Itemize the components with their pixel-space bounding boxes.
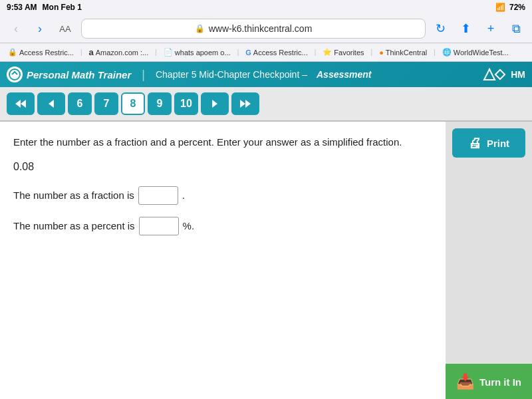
fraction-answer-row: The number as a fraction is . (13, 186, 432, 205)
header-right: HM (480, 66, 525, 82)
status-time: 9:53 AM (7, 3, 37, 12)
svg-marker-5 (49, 100, 54, 108)
bookmark-sep-3: | (237, 49, 239, 56)
bookmark-icon-access2: G (245, 49, 251, 57)
bookmark-amazon[interactable]: a Amazon.com :... (85, 46, 153, 59)
wifi-icon: 📶 (495, 3, 505, 12)
content-area: Enter the number as a fraction and a per… (0, 122, 532, 399)
svg-marker-6 (212, 100, 217, 108)
nav-number-8[interactable]: 8 (121, 92, 145, 115)
fraction-label: The number as a fraction is (13, 190, 134, 201)
svg-marker-1 (484, 69, 495, 80)
forward-button[interactable]: › (31, 19, 49, 38)
bookmark-label-thinkcentral: ThinkCentral (386, 49, 427, 57)
percent-label: The number as a percent is (13, 220, 135, 231)
bookmark-worldwide[interactable]: 🌐 WorldWideTest... (438, 47, 513, 58)
bookmark-access1[interactable]: 🔒 Access Restric... (4, 47, 78, 58)
percent-suffix: %. (183, 220, 195, 231)
rewind-button[interactable] (7, 92, 35, 115)
reader-mode-button[interactable]: AA (55, 19, 76, 38)
percent-answer-row: The number as a percent is %. (13, 217, 432, 235)
bookmark-sep-1: | (80, 49, 82, 56)
bookmark-thinkcentral[interactable]: ● ThinkCentral (375, 47, 431, 58)
tabs-button[interactable]: ⧉ (507, 19, 525, 38)
add-tab-button[interactable]: + (481, 19, 500, 38)
bookmark-label-whats: whats apoem o... (175, 49, 231, 57)
pmt-logo: Personal Math Trainer (7, 66, 131, 82)
assessment-label: Assessment (317, 69, 372, 80)
fraction-input[interactable] (138, 186, 178, 205)
lock-icon: 🔒 (195, 24, 205, 33)
status-day: Mon Feb 1 (43, 3, 82, 12)
print-button[interactable]: 🖨 Print (452, 128, 525, 158)
url-bar[interactable]: 🔒 www-k6.thinkcentral.com (81, 19, 426, 39)
bookmark-label-access2: Access Restric... (253, 49, 308, 57)
back-nav-button[interactable] (37, 92, 65, 115)
bookmark-sep-2: | (155, 49, 157, 56)
bookmark-label-favorites: Favorites (334, 49, 364, 57)
svg-marker-4 (21, 100, 26, 108)
bookmark-icon-thinkcentral: ● (379, 49, 384, 57)
svg-rect-2 (495, 70, 505, 79)
nav-number-10[interactable]: 10 (174, 92, 198, 115)
bookmark-icon-worldwide: 🌐 (442, 48, 452, 57)
chapter-title: Chapter 5 Mid-Chapter Checkpoint – (156, 69, 307, 80)
bookmark-icon-whats: 📄 (164, 48, 173, 57)
status-bar: 9:53 AM Mon Feb 1 📶 72% (0, 0, 532, 15)
svg-marker-7 (240, 100, 245, 108)
svg-marker-3 (15, 100, 21, 108)
hm-brand-label: HM (511, 69, 525, 80)
print-label: Print (487, 138, 509, 149)
turn-in-icon: 📥 (456, 373, 474, 390)
url-text: www-k6.thinkcentral.com (209, 23, 313, 34)
header-divider: | (142, 68, 145, 82)
bookmark-icon-amazon: a (89, 47, 94, 57)
brand-logo-shapes (480, 66, 507, 82)
app-header: Personal Math Trainer | Chapter 5 Mid-Ch… (0, 62, 532, 87)
pmt-logo-icon (7, 66, 23, 82)
nav-number-6[interactable]: 6 (68, 92, 92, 115)
right-sidebar: 🖨 Print 📥 Turn it In (446, 122, 532, 399)
turn-in-button[interactable]: 📥 Turn it In (446, 364, 532, 399)
bookmark-label-amazon: Amazon.com :... (96, 49, 148, 57)
svg-marker-8 (245, 100, 251, 108)
browser-toolbar: ‹ › AA 🔒 www-k6.thinkcentral.com ↻ ⬆ + ⧉ (0, 15, 532, 43)
share-button[interactable]: ⬆ (456, 19, 475, 38)
nav-number-9[interactable]: 9 (148, 92, 172, 115)
svg-point-0 (9, 69, 20, 80)
question-value: 0.08 (13, 161, 432, 173)
bookmark-icon-access1: 🔒 (8, 48, 17, 57)
bookmark-favorites[interactable]: ⭐ Favorites (319, 47, 368, 58)
bookmark-icon-favorites: ⭐ (323, 48, 332, 57)
nav-bar: 6 7 8 9 10 (0, 87, 532, 122)
question-instructions: Enter the number as a fraction and a per… (13, 135, 432, 150)
bookmark-sep-4: | (315, 49, 317, 56)
bookmark-sep-6: | (434, 49, 436, 56)
fast-forward-button[interactable] (231, 92, 259, 115)
question-panel: Enter the number as a fraction and a per… (0, 122, 446, 399)
back-button[interactable]: ‹ (7, 19, 25, 38)
printer-icon: 🖨 (468, 136, 481, 151)
bookmark-label-worldwide: WorldWideTest... (454, 49, 509, 57)
bookmarks-bar: 🔒 Access Restric... | a Amazon.com :... … (0, 43, 532, 62)
bookmark-whats[interactable]: 📄 whats apoem o... (160, 47, 235, 58)
reload-button[interactable]: ↻ (431, 19, 450, 38)
forward-nav-button[interactable] (201, 92, 229, 115)
nav-number-7[interactable]: 7 (94, 92, 118, 115)
battery-level: 72% (509, 3, 525, 12)
pmt-title: Personal Math Trainer (27, 69, 131, 80)
fraction-suffix: . (182, 190, 185, 201)
bookmark-sep-5: | (371, 49, 373, 56)
percent-input[interactable] (139, 217, 179, 235)
bookmark-access2[interactable]: G Access Restric... (241, 47, 311, 58)
turn-in-label: Turn it In (479, 376, 521, 388)
bookmark-label-access1: Access Restric... (19, 49, 74, 57)
